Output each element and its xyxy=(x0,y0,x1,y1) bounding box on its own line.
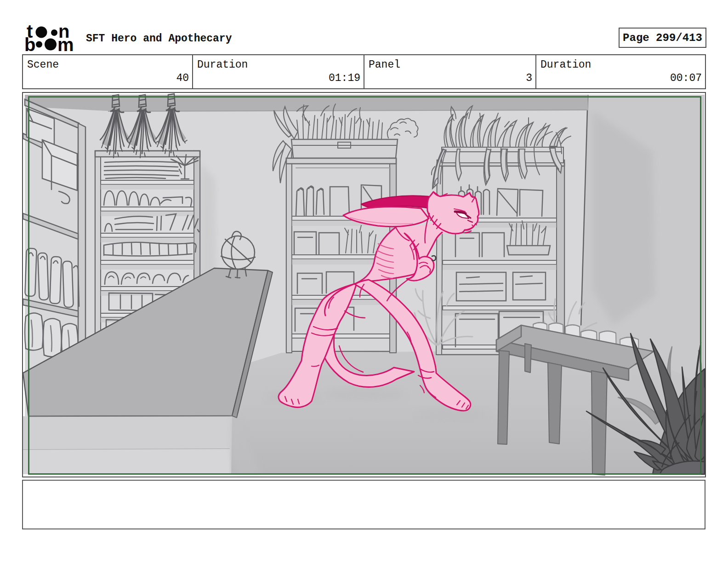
svg-text:b: b xyxy=(25,34,35,51)
svg-text:m: m xyxy=(57,34,74,51)
